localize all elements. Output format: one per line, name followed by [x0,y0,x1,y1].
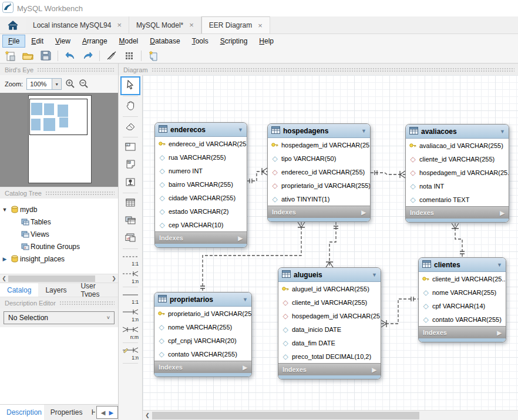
column-row[interactable]: ◇nome VARCHAR(255) [419,285,506,299]
routine-group-tool[interactable]: db [122,230,139,247]
menu-file[interactable]: File [3,35,25,47]
column-row[interactable]: ◇estado VARCHAR(2) [155,204,247,218]
sidebar-tab-layers[interactable]: Layers [38,283,73,297]
save-model-icon[interactable] [39,49,53,62]
column-row[interactable]: ◇tipo VARCHAR(50) [268,152,370,165]
open-model-icon[interactable] [21,49,35,62]
column-row[interactable]: ◇cpf VARCHAR(14) [419,299,506,313]
rel-1-n-identifying-tool[interactable]: 1:n [122,307,139,323]
column-row[interactable]: ◇hospedagem_id VARCHAR(25... [278,309,381,322]
expand-arrow-icon[interactable]: ▶ [497,330,502,336]
rel-1-1-non-identifying-tool[interactable]: 1:1 [122,251,139,267]
relationship-hospedagens-alugueis[interactable] [326,222,338,267]
column-row[interactable]: ◇endereco_id VARCHAR(255) [268,165,370,179]
menu-arrange[interactable]: Arrange [77,35,113,47]
column-row[interactable]: ◇bairro VARCHAR(255) [155,177,247,191]
rel-n-m-identifying-tool[interactable]: n:m [122,324,139,341]
column-row[interactable]: ◇hospedagem_id VARCHAR(25... [406,166,509,179]
indexes-section[interactable]: Indexes▶ [268,206,370,218]
collapse-caret-icon[interactable]: ▼ [243,297,248,303]
indexes-section[interactable]: Indexes▶ [155,231,247,244]
tree-node-views[interactable]: Views [0,228,118,240]
column-row[interactable]: ◇proprietario_id VARCHAR(255) [268,179,370,192]
column-row[interactable]: aluguel_id VARCHAR(255) [278,282,381,295]
toggle-magnet-icon[interactable] [105,49,119,62]
tab-scroll-left-icon[interactable]: ◀ [101,409,106,416]
sidebar-tab-catalog[interactable]: Catalog [0,283,38,297]
new-diagram-icon[interactable] [146,49,160,62]
table-header-hospedagens[interactable]: hospedagens▼ [268,124,370,138]
table-header-enderecos[interactable]: enderecos▼ [155,123,247,137]
tab-local-instance-mysql94[interactable]: Local instance MySQL94× [26,16,129,33]
scroll-thumb[interactable] [8,275,95,282]
tree-node-routine-groups[interactable]: Routine Groups [0,240,118,253]
menu-database[interactable]: Database [144,35,185,47]
column-row[interactable]: ◇data_fim DATE [278,336,381,350]
zoom-value[interactable]: 100% [26,78,52,90]
collapse-caret-icon[interactable]: ▼ [361,128,366,134]
diagram-canvas[interactable]: enderecos▼endereco_id VARCHAR(25...◇rua … [143,75,518,410]
column-row[interactable]: endereco_id VARCHAR(25... [155,137,247,150]
table-header-alugueis[interactable]: alugueis▼ [278,268,381,282]
scroll-right-icon[interactable]: ❯ [110,275,118,281]
column-row[interactable]: proprietario_id VARCHAR(255) [154,307,251,320]
sidebar-tab-user-types[interactable]: User Types [73,283,118,297]
column-row[interactable]: ◇cidade VARCHAR(255) [155,191,247,204]
scroll-left-icon[interactable]: ❮ [0,275,8,281]
expand-arrow-icon[interactable]: ▶ [243,364,247,371]
zoom-in-icon[interactable] [65,79,75,90]
column-row[interactable]: ◇cep VARCHAR(10) [155,218,247,231]
collapse-caret-icon[interactable]: ▼ [372,272,377,278]
note-tool[interactable]: N [122,157,139,173]
collapse-caret-icon[interactable]: ▼ [497,262,502,268]
description-editor-body[interactable] [0,327,118,404]
description-selection-dropdown[interactable]: No Selection ˅ [4,311,115,324]
table-avaliacoes[interactable]: avaliacoes▼avaliacao_id VARCHAR(255)◇cli… [405,124,509,223]
zoom-dropdown-icon[interactable]: ▼ [52,78,62,90]
layer-tool[interactable]: L [122,139,139,156]
toggle-grid-icon[interactable] [122,49,136,62]
bottom-tab-properties[interactable]: Properties [44,405,85,420]
collapse-caret-icon[interactable]: ▼ [238,127,243,133]
menu-tools[interactable]: Tools [187,35,214,47]
table-clientes[interactable]: clientes▼cliente_id VARCHAR(25...◇nome V… [418,257,506,342]
column-row[interactable]: ◇cpf_cnpj VARCHAR(20) [154,334,251,347]
expand-arrow-icon[interactable]: ▶ [238,235,243,241]
column-row[interactable]: ◇contato VARCHAR(255) [154,347,251,361]
table-header-clientes[interactable]: clientes▼ [419,258,506,272]
indexes-section[interactable]: Indexes▶ [406,206,509,219]
indexes-section[interactable]: Indexes▶ [419,326,506,338]
table-hospedagens[interactable]: hospedagens▼hospedagem_id VARCHAR(25...◇… [267,123,371,222]
tab-close-icon[interactable]: × [117,21,122,29]
column-row[interactable]: ◇ativo TINYINT(1) [268,192,370,206]
expand-arrow-icon[interactable]: ▶ [500,210,504,216]
menu-model[interactable]: Model [114,35,144,47]
table-header-proprietarios[interactable]: proprietarios▼ [154,293,251,307]
column-row[interactable]: ◇nota INT [406,179,509,193]
tree-node-tables[interactable]: Tables [0,216,118,228]
table-header-avaliacoes[interactable]: avaliacoes▼ [406,125,509,139]
zoom-out-icon[interactable] [79,79,89,90]
tab-scroll-right-icon[interactable]: ▶ [109,409,113,416]
collapsed-arrow-icon[interactable]: ▶ [0,256,9,262]
expand-arrow-icon[interactable]: ▶ [361,209,366,216]
relationship-hospedagens-avaliacoes[interactable] [371,170,405,178]
delete-tool[interactable] [122,119,139,135]
tab-close-icon[interactable]: × [189,21,194,29]
scroll-thumb[interactable] [152,412,419,419]
column-row[interactable]: ◇preco_total DECIMAL(10,2) [278,350,381,363]
column-row[interactable]: ◇comentario TEXT [406,193,509,206]
column-row[interactable]: ◇data_inicio DATE [278,322,381,336]
column-row[interactable]: ◇cliente_id VARCHAR(255) [406,152,509,166]
menu-view[interactable]: View [50,35,76,47]
rel-existing-columns-tool[interactable]: 1:n [122,345,139,361]
tree-node-insight_places[interactable]: ▶insight_places [0,253,118,265]
bottom-tab-h[interactable]: H [85,405,95,420]
column-row[interactable]: avaliacao_id VARCHAR(255) [406,139,509,152]
menu-edit[interactable]: Edit [26,35,49,47]
table-proprietarios[interactable]: proprietarios▼proprietario_id VARCHAR(25… [154,292,252,377]
menu-help[interactable]: Help [254,35,279,47]
redo-icon[interactable] [80,49,95,62]
column-row[interactable]: cliente_id VARCHAR(25... [419,272,506,285]
column-row[interactable]: ◇rua VARCHAR(255) [155,150,247,164]
